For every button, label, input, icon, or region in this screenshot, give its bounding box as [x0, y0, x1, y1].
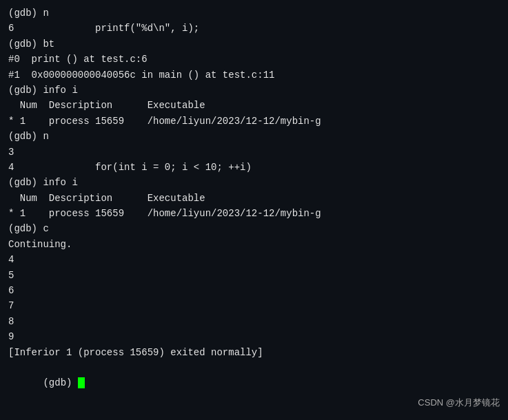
line-20: 6: [8, 283, 500, 298]
line-7: Num Description Executable: [8, 98, 500, 113]
line-17: Continuing.: [8, 237, 500, 252]
terminal-window: (gdb) n 6 printf("%d\n", i); (gdb) bt #0…: [0, 0, 508, 420]
line-15: * 1 process 15659 /home/liyun/2023/12-12…: [8, 206, 500, 221]
line-18: 4: [8, 252, 500, 267]
line-12: 4 for(int i = 0; i < 10; ++i): [8, 160, 500, 175]
line-2: 6 printf("%d\n", i);: [8, 21, 500, 36]
terminal-cursor: [78, 377, 85, 388]
line-9: (gdb) n: [8, 129, 500, 144]
line-24: [Inferior 1 (process 15659) exited norma…: [8, 345, 500, 360]
line-16: (gdb) c: [8, 221, 500, 236]
line-3: (gdb) bt: [8, 36, 500, 52]
line-10: 3: [8, 145, 500, 160]
line-14: Num Description Executable: [8, 191, 500, 206]
line-13: (gdb) info i: [8, 175, 500, 190]
line-21: 7: [8, 298, 500, 313]
line-23: 9: [8, 329, 500, 344]
line-22: 8: [8, 314, 500, 329]
line-19: 5: [8, 268, 500, 283]
line-1: (gdb) n: [8, 6, 500, 21]
line-8: * 1 process 15659 /home/liyun/2023/12-12…: [8, 114, 500, 129]
terminal-output: (gdb) n 6 printf("%d\n", i); (gdb) bt #0…: [8, 6, 500, 406]
line-6: (gdb) info i: [8, 83, 500, 98]
watermark: CSDN @水月梦镜花: [418, 396, 500, 410]
line-5: #1 0x000000000040056c in main () at test…: [8, 67, 500, 83]
line-4: #0 print () at test.c:6: [8, 52, 500, 67]
